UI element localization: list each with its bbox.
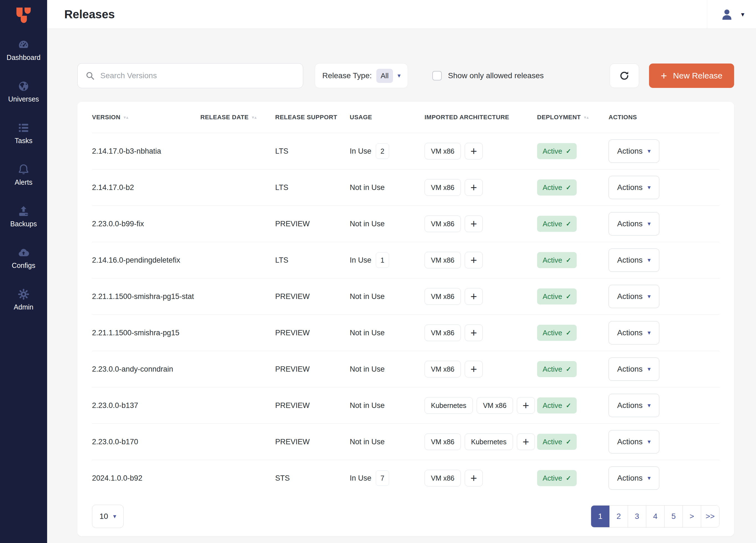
table-row: 2.21.1.1500-smishra-pg15-stat PREVIEW No… <box>92 278 719 315</box>
row-actions-button[interactable]: Actions ▾ <box>609 139 659 163</box>
usage-cell: Not in Use <box>350 438 425 446</box>
sidebar-item-universes[interactable]: Universes <box>0 80 47 103</box>
architecture-chip[interactable]: VM x86 <box>425 179 461 196</box>
add-architecture-button[interactable]: + <box>465 143 483 159</box>
deployment-cell: Active ✓ <box>537 179 609 195</box>
usage-cell: Not in Use <box>350 401 425 410</box>
architecture-chip[interactable]: VM x86 <box>425 434 461 450</box>
add-architecture-button[interactable]: + <box>465 470 483 486</box>
sidebar-item-admin[interactable]: Admin <box>0 288 47 311</box>
row-actions-button[interactable]: Actions ▾ <box>609 248 659 272</box>
actions-cell: Actions ▾ <box>609 176 719 199</box>
sidebar-item-alerts[interactable]: Alerts <box>0 163 47 186</box>
architecture-chip[interactable]: VM x86 <box>425 325 461 341</box>
architecture-chip[interactable]: Kubernetes <box>425 397 473 414</box>
architecture-chip[interactable]: VM x86 <box>425 288 461 305</box>
imported-architecture-cell: VM x86+ <box>425 215 537 232</box>
architecture-chip[interactable]: VM x86 <box>425 215 461 232</box>
add-architecture-button[interactable]: + <box>465 288 483 305</box>
deployment-cell: Active ✓ <box>537 216 609 232</box>
column-header-release-support[interactable]: RELEASE SUPPORT <box>275 114 350 121</box>
imported-architecture-cell: VM x86+ <box>425 361 537 378</box>
deployment-status-badge: Active ✓ <box>537 361 577 377</box>
add-architecture-button[interactable]: + <box>465 252 483 268</box>
usage-count-badge: 1 <box>376 252 389 268</box>
page-button-3[interactable]: 3 <box>628 506 646 527</box>
architecture-chip[interactable]: Kubernetes <box>465 434 513 450</box>
new-release-button[interactable]: + New Release <box>649 63 734 88</box>
usage-count-badge: 2 <box>376 143 389 159</box>
add-architecture-button[interactable]: + <box>465 179 483 196</box>
page-button-1[interactable]: 1 <box>591 506 609 527</box>
last-page-button[interactable]: >> <box>701 506 719 527</box>
imported-architecture-cell: VM x86+ <box>425 288 537 305</box>
row-actions-button[interactable]: Actions ▾ <box>609 430 659 453</box>
sidebar-item-backups[interactable]: Backups <box>0 205 47 228</box>
row-actions-button[interactable]: Actions ▾ <box>609 321 659 345</box>
sort-icons: ▾▴ <box>584 115 589 119</box>
deployment-cell: Active ✓ <box>537 397 609 414</box>
imported-architecture-cell: VM x86+ <box>425 325 537 341</box>
release-type-dropdown[interactable]: Release Type: All ▾ <box>315 63 408 88</box>
sidebar-item-tasks[interactable]: Tasks <box>0 121 47 145</box>
architecture-chip[interactable]: VM x86 <box>477 397 513 414</box>
column-header-deployment[interactable]: DEPLOYMENT ▾▴ <box>537 114 609 121</box>
architecture-chip[interactable]: VM x86 <box>425 143 461 159</box>
user-menu-chevron-down-icon[interactable]: ▾ <box>741 11 744 18</box>
yugabyte-logo-icon[interactable] <box>14 6 33 24</box>
row-actions-button[interactable]: Actions ▾ <box>609 358 659 381</box>
column-header-actions[interactable]: ACTIONS <box>609 114 719 121</box>
user-icon[interactable] <box>721 8 733 21</box>
pagination: 12345>>> <box>591 505 719 527</box>
page-button-4[interactable]: 4 <box>646 506 664 527</box>
deployment-status-badge: Active ✓ <box>537 470 577 486</box>
add-architecture-button[interactable]: + <box>465 361 483 378</box>
column-header-version[interactable]: VERSION ▾▴ <box>92 114 200 121</box>
page-button-2[interactable]: 2 <box>609 506 628 527</box>
add-architecture-button[interactable]: + <box>465 325 483 341</box>
deployment-cell: Active ✓ <box>537 143 609 159</box>
usage-cell: In Use 7 <box>350 470 425 486</box>
column-header-usage[interactable]: USAGE <box>350 114 425 121</box>
architecture-chip[interactable]: VM x86 <box>425 361 461 378</box>
actions-chevron-down-icon: ▾ <box>648 220 651 227</box>
column-header-release-date[interactable]: RELEASE DATE ▾▴ <box>200 114 275 121</box>
admin-icon <box>17 288 30 301</box>
row-actions-button[interactable]: Actions ▾ <box>609 467 659 490</box>
deployment-status-badge: Active ✓ <box>537 179 577 195</box>
show-only-allowed-label: Show only allowed releases <box>448 71 544 80</box>
add-architecture-button[interactable]: + <box>465 215 483 232</box>
usage-cell: Not in Use <box>350 365 425 374</box>
main-area: Releases ▾ Release Type: All ▾ <box>47 0 756 543</box>
actions-chevron-down-icon: ▾ <box>648 402 651 409</box>
sidebar-item-configs[interactable]: Configs <box>0 246 47 269</box>
row-actions-button[interactable]: Actions ▾ <box>609 394 659 417</box>
release-support-cell: STS <box>275 474 350 483</box>
check-icon: ✓ <box>566 475 571 482</box>
version-cell: 2024.1.0.0-b92 <box>92 474 200 483</box>
page-button-5[interactable]: 5 <box>664 506 683 527</box>
sort-icons: ▾▴ <box>252 115 257 119</box>
add-architecture-button[interactable]: + <box>517 434 535 450</box>
column-header-imported-architecture[interactable]: IMPORTED ARCHITECTURE <box>425 114 537 121</box>
next-page-button[interactable]: > <box>683 506 701 527</box>
alerts-icon <box>17 163 30 176</box>
refresh-button[interactable] <box>610 63 639 88</box>
row-actions-button[interactable]: Actions ▾ <box>609 285 659 308</box>
sort-icons: ▾▴ <box>124 115 129 119</box>
row-actions-button[interactable]: Actions ▾ <box>609 212 659 235</box>
usage-cell: In Use 1 <box>350 252 425 268</box>
architecture-chip[interactable]: VM x86 <box>425 252 461 268</box>
sidebar-item-dashboard[interactable]: Dashboard <box>0 38 47 62</box>
add-architecture-button[interactable]: + <box>517 397 535 414</box>
version-cell: 2.23.0.0-b170 <box>92 438 200 446</box>
architecture-chip[interactable]: VM x86 <box>425 470 461 486</box>
deployment-status-badge: Active ✓ <box>537 397 577 414</box>
search-input[interactable] <box>100 71 295 80</box>
deployment-status-badge: Active ✓ <box>537 216 577 232</box>
actions-chevron-down-icon: ▾ <box>648 184 651 191</box>
backups-icon <box>17 205 30 217</box>
show-only-allowed-checkbox[interactable] <box>432 71 442 80</box>
page-size-dropdown[interactable]: 10 ▾ <box>92 505 124 528</box>
row-actions-button[interactable]: Actions ▾ <box>609 176 659 199</box>
